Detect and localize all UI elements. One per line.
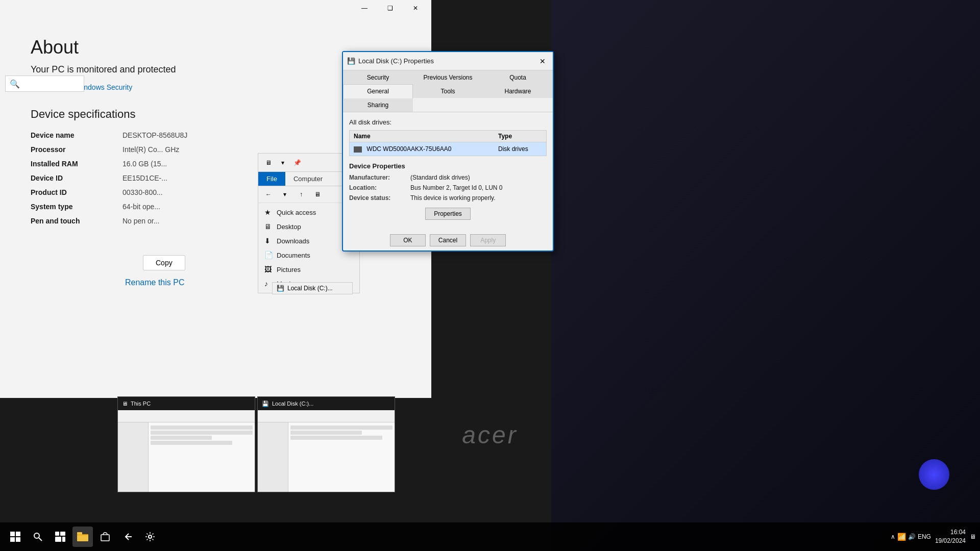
minimize-button[interactable]: — — [353, 0, 376, 16]
disk-table: Name Type WDC WD5000AAKX-75U6AA0 Disk dr… — [349, 130, 547, 156]
dropdown-arrow[interactable]: ▾ — [279, 188, 291, 201]
properties-button[interactable]: Properties — [425, 208, 471, 220]
device-props-title: Device Properties — [349, 162, 547, 170]
svg-line-5 — [39, 538, 42, 541]
maximize-button[interactable]: ❑ — [378, 0, 402, 16]
svg-rect-3 — [16, 537, 20, 542]
preview-item — [151, 436, 212, 440]
notification-icon[interactable]: 🖥 — [970, 533, 976, 540]
preview-item — [290, 436, 382, 440]
settings-titlebar: — ❑ ✕ — [0, 0, 431, 16]
all-disks-label: All disk drives: — [349, 118, 547, 126]
preview-item — [151, 425, 253, 430]
preview-inner — [118, 410, 255, 492]
spec-label: System type — [31, 203, 122, 211]
nav-item-label: Pictures — [277, 266, 301, 273]
language-indicator: ENG — [918, 533, 931, 540]
desktop-icon: 🖥 — [264, 222, 273, 231]
downloads-icon: ⬇ — [264, 237, 273, 245]
task-view-button[interactable] — [50, 527, 70, 547]
toolbar-icon[interactable]: 🖥 — [262, 157, 275, 169]
dialog-title-icon: 💾 — [347, 57, 355, 65]
volume-icon[interactable]: 🔊 — [908, 533, 916, 540]
preview-icon-this-pc: 🖥 — [122, 400, 128, 407]
tab-file[interactable]: File — [258, 172, 285, 186]
file-explorer-taskbar[interactable] — [72, 527, 93, 547]
prop-row-status: Device status: This device is working pr… — [349, 194, 547, 202]
settings-taskbar[interactable] — [140, 527, 160, 547]
ok-button[interactable]: OK — [390, 234, 426, 246]
tab-security[interactable]: Security — [343, 70, 413, 84]
search-box: 🔍 — [5, 76, 84, 92]
taskbar: ∧ 📶 🔊 ENG 16:04 19/02/2024 🖥 — [0, 522, 980, 551]
prop-row-location: Location: Bus Number 2, Target Id 0, LUN… — [349, 184, 547, 191]
disk-icon-small: 💾 — [277, 285, 284, 292]
preview-title-this-pc: This PC — [131, 400, 151, 407]
dialog-title: 💾 Local Disk (C:) Properties — [347, 57, 434, 65]
tab-computer[interactable]: Computer — [285, 172, 331, 186]
up-button[interactable]: ↑ — [295, 188, 307, 201]
svg-point-4 — [34, 533, 39, 538]
svg-rect-7 — [60, 532, 65, 536]
back-taskbar[interactable] — [117, 527, 138, 547]
back-button[interactable]: ← — [262, 188, 275, 201]
spec-label: Device name — [31, 131, 122, 139]
toolbar-dropdown[interactable]: ▾ — [277, 157, 289, 169]
svg-rect-2 — [10, 537, 15, 542]
svg-rect-6 — [55, 532, 59, 536]
taskbar-right-area: ∧ 📶 🔊 ENG 16:04 19/02/2024 🖥 — [891, 528, 976, 545]
rename-link[interactable]: Rename this PC — [125, 278, 185, 287]
svg-point-14 — [149, 535, 152, 538]
quick-access-icon: ★ — [264, 208, 273, 216]
status-label: Device status: — [349, 194, 410, 202]
copy-button[interactable]: Copy — [143, 255, 185, 270]
preview-sidebar-2 — [258, 422, 395, 492]
preview-local-disk[interactable]: 💾 Local Disk (C:)... — [257, 396, 395, 492]
spec-label: Device ID — [31, 174, 122, 182]
location-label: Location: — [349, 184, 410, 191]
svg-rect-13 — [126, 536, 132, 537]
cancel-button[interactable]: Cancel — [430, 234, 466, 246]
preview-this-pc[interactable]: 🖥 This PC — [117, 396, 255, 492]
taskbar-clock: 16:04 19/02/2024 — [935, 528, 966, 545]
tab-hardware[interactable]: Hardware — [483, 84, 553, 98]
preview-left-panel — [118, 422, 149, 492]
preview-icon-local-disk: 💾 — [262, 400, 269, 407]
apply-button[interactable]: Apply — [470, 234, 506, 246]
preview-sidebar — [118, 422, 255, 492]
chevron-up-icon[interactable]: ∧ — [891, 533, 895, 540]
disk-row[interactable]: WDC WD5000AAKX-75U6AA0 Disk drives — [350, 142, 547, 156]
spec-label: Processor — [31, 145, 122, 154]
tab-previous-versions[interactable]: Previous Versions — [413, 70, 483, 84]
local-disk-tooltip: 💾 Local Disk (C:)... — [272, 282, 353, 294]
nav-item-label: Desktop — [277, 223, 301, 231]
search-taskbar-button[interactable] — [28, 527, 48, 547]
disk-name-cell: WDC WD5000AAKX-75U6AA0 — [350, 142, 494, 156]
folder-icon[interactable]: 🖥 — [311, 188, 324, 201]
system-tray: ∧ 📶 🔊 ENG — [891, 533, 931, 541]
store-taskbar[interactable] — [95, 527, 115, 547]
tab-general[interactable]: General — [343, 84, 413, 98]
preview-item — [290, 425, 393, 430]
tab-sharing[interactable]: Sharing — [343, 98, 413, 112]
tooltip-label: Local Disk (C:)... — [287, 285, 333, 292]
nav-item-label: Quick access — [277, 209, 316, 216]
disk-type-cell: Disk drives — [494, 142, 547, 156]
preview-main-area — [149, 422, 255, 492]
preview-item — [290, 431, 362, 435]
start-button[interactable] — [5, 527, 26, 547]
tab-quota[interactable]: Quota — [483, 70, 553, 84]
tab-tools[interactable]: Tools — [413, 84, 483, 98]
nav-item-label: Documents — [277, 252, 310, 259]
close-button[interactable]: ✕ — [404, 0, 427, 16]
toolbar-pin[interactable]: 📌 — [291, 157, 303, 169]
manufacturer-value: (Standard disk drives) — [410, 174, 547, 181]
nav-item-pictures[interactable]: 🖼 Pictures — [258, 262, 359, 277]
location-value: Bus Number 2, Target Id 0, LUN 0 — [410, 184, 547, 191]
spec-label: Product ID — [31, 188, 122, 196]
dialog-title-label: Local Disk (C:) Properties — [358, 57, 434, 65]
dialog-close-button[interactable]: ✕ — [536, 55, 549, 67]
preview-left-2 — [258, 422, 288, 492]
dialog-body: All disk drives: Name Type WDC WD5000AAK… — [343, 112, 553, 230]
preview-title-local-disk: Local Disk (C:)... — [272, 400, 313, 407]
